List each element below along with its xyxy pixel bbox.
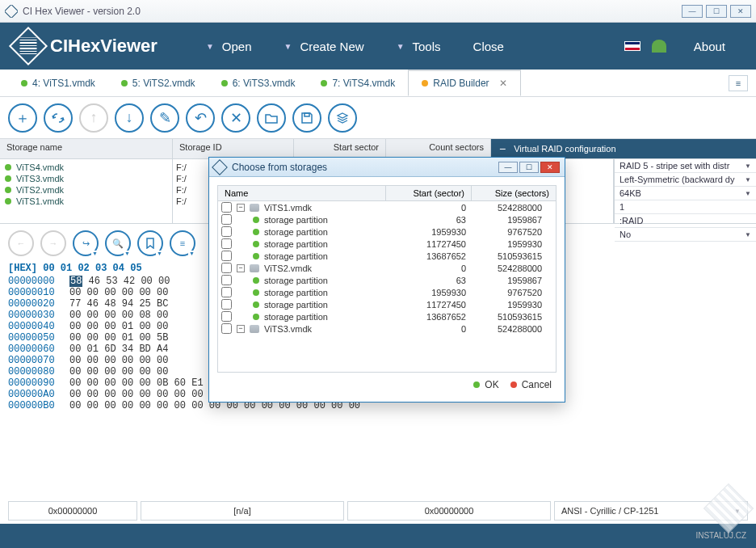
raid-field-select[interactable]: No▼ bbox=[615, 228, 756, 242]
ok-button[interactable]: OK bbox=[473, 379, 498, 390]
dialog-row[interactable]: storage partition13687652510593615 bbox=[218, 250, 556, 262]
dialog-row[interactable]: storage partition19599309767520 bbox=[218, 286, 556, 298]
dialog-col-start[interactable]: Start (sector) bbox=[386, 186, 472, 200]
expand-icon[interactable]: − bbox=[237, 204, 245, 212]
row-checkbox[interactable] bbox=[221, 299, 232, 310]
titlebar: CI Hex Viewer - version 2.0 — ☐ ✕ bbox=[0, 0, 756, 23]
remove-button[interactable]: ✕ bbox=[221, 103, 250, 133]
dialog-col-size[interactable]: Size (sectors) bbox=[472, 186, 556, 200]
chevron-down-icon: ▼ bbox=[745, 231, 751, 238]
col-storage-id[interactable]: Storage ID bbox=[173, 139, 294, 158]
row-checkbox[interactable] bbox=[221, 275, 232, 285]
row-checkbox[interactable] bbox=[221, 226, 232, 237]
dialog-maximize-button[interactable]: ☐ bbox=[519, 162, 539, 173]
close-button[interactable]: ✕ bbox=[730, 5, 751, 18]
status-dot-icon bbox=[253, 301, 259, 308]
dialog-close-button[interactable]: ✕ bbox=[540, 162, 560, 173]
menu-close[interactable]: Close bbox=[457, 35, 520, 58]
status-dot-icon bbox=[422, 80, 428, 86]
dialog-row[interactable]: storage partition13687652510593615 bbox=[218, 310, 556, 322]
tab-vits1[interactable]: 4: ViTS1.vmdk bbox=[8, 71, 108, 95]
storage-item[interactable]: ViTS2.vmdk bbox=[5, 184, 167, 196]
statusbar: 0x00000000 [n/a] 0x00000000 ANSI - Cyril… bbox=[8, 501, 748, 521]
app-icon bbox=[5, 5, 18, 18]
edit-button[interactable]: ✎ bbox=[150, 103, 179, 133]
storage-item[interactable]: ViTS3.vmdk bbox=[5, 173, 167, 184]
user-icon[interactable] bbox=[652, 40, 666, 53]
dialog-minimize-button[interactable]: — bbox=[498, 162, 518, 173]
menu-about[interactable]: About bbox=[678, 35, 741, 58]
caret-icon: ▼ bbox=[284, 42, 292, 51]
choose-storages-dialog: Choose from storages — ☐ ✕ Name Start (s… bbox=[208, 157, 565, 403]
auto-detect-button[interactable] bbox=[44, 103, 73, 133]
row-checkbox[interactable] bbox=[221, 202, 232, 213]
disk-icon bbox=[250, 325, 259, 333]
storage-item[interactable]: ViTS1.vmdk bbox=[5, 196, 167, 207]
raid-type-select[interactable]: RAID 5 - stripe set with distr▼ bbox=[615, 159, 756, 173]
raid-stripe-select[interactable]: 64KB▼ bbox=[615, 187, 756, 200]
minimize-button[interactable]: — bbox=[682, 5, 703, 18]
maximize-button[interactable]: ☐ bbox=[706, 5, 727, 18]
add-button[interactable]: ＋ bbox=[8, 103, 37, 133]
dialog-row[interactable]: −ViTS3.vmdk0524288000 bbox=[218, 322, 556, 335]
tab-vits4[interactable]: 7: ViTS4.vmdk bbox=[308, 71, 408, 95]
dialog-titlebar[interactable]: Choose from storages — ☐ ✕ bbox=[209, 158, 565, 177]
dialog-row[interactable]: −ViTS2.vmdk0524288000 bbox=[218, 262, 556, 274]
tab-overflow-button[interactable]: ≡ bbox=[729, 75, 748, 91]
row-checkbox[interactable] bbox=[221, 287, 232, 297]
footer-bar bbox=[0, 524, 756, 548]
tab-vits3[interactable]: 6: ViTS3.vmdk bbox=[208, 71, 309, 95]
dialog-row[interactable]: storage partition19599309767520 bbox=[218, 226, 556, 238]
undo-button[interactable]: ↶ bbox=[186, 103, 215, 133]
bookmark-button[interactable] bbox=[137, 230, 163, 256]
row-checkbox[interactable] bbox=[221, 263, 232, 273]
save-button[interactable] bbox=[292, 103, 321, 133]
col-start-sector[interactable]: Start sector bbox=[294, 139, 386, 158]
row-checkbox[interactable] bbox=[221, 238, 232, 249]
dialog-row[interactable]: −ViTS1.vmdk0524288000 bbox=[218, 201, 556, 213]
tab-vits2[interactable]: 5: ViTS2.vmdk bbox=[108, 71, 208, 95]
raid-field[interactable]: 1 bbox=[615, 200, 756, 214]
expand-icon[interactable]: − bbox=[237, 264, 245, 272]
dialog-row[interactable]: storage partition631959867 bbox=[218, 213, 556, 226]
language-flag-icon[interactable] bbox=[624, 41, 640, 51]
search-button[interactable]: 🔍 bbox=[105, 230, 131, 256]
tabbar: 4: ViTS1.vmdk 5: ViTS2.vmdk 6: ViTS3.vmd… bbox=[0, 70, 756, 97]
brand: CIHexViewer bbox=[15, 32, 158, 60]
close-icon[interactable]: ✕ bbox=[499, 78, 507, 89]
goto-button[interactable]: ↪ bbox=[73, 230, 99, 256]
expand-icon[interactable]: − bbox=[237, 325, 245, 333]
col-count-sectors[interactable]: Count sectors bbox=[386, 139, 491, 158]
dialog-row[interactable]: storage partition117274501959930 bbox=[218, 298, 556, 310]
status-dot-icon bbox=[5, 164, 11, 171]
up-button: ↑ bbox=[79, 103, 108, 133]
list-button[interactable]: ≡ bbox=[170, 230, 195, 256]
raid-field[interactable]: :RAID bbox=[615, 214, 756, 228]
status-dot-icon bbox=[5, 175, 11, 182]
menu-create-new[interactable]: ▼Create New bbox=[268, 35, 380, 58]
dialog-column-headers: Name Start (sector) Size (sectors) bbox=[217, 185, 556, 201]
cancel-button[interactable]: Cancel bbox=[510, 379, 552, 390]
raid-layout-select[interactable]: Left-Symmetric (backward dy▼ bbox=[615, 173, 756, 187]
row-checkbox[interactable] bbox=[221, 323, 232, 334]
status-dot-icon bbox=[253, 241, 259, 247]
status-dot-icon bbox=[253, 253, 259, 259]
status-addr1: 0x00000000 bbox=[8, 501, 137, 521]
row-checkbox[interactable] bbox=[221, 311, 232, 322]
dialog-row[interactable]: storage partition631959867 bbox=[218, 274, 556, 286]
col-storage-name[interactable]: Storage name bbox=[0, 139, 173, 158]
tab-raid-builder[interactable]: RAID Builder✕ bbox=[408, 70, 520, 96]
down-button[interactable]: ↓ bbox=[115, 103, 144, 133]
dialog-col-name[interactable]: Name bbox=[218, 186, 386, 200]
menu-open[interactable]: ▼Open bbox=[190, 35, 268, 58]
dialog-row[interactable]: storage partition117274501959930 bbox=[218, 238, 556, 250]
open-file-button[interactable] bbox=[257, 103, 286, 133]
menu-tools[interactable]: ▼Tools bbox=[380, 35, 457, 58]
status-dot-icon bbox=[253, 277, 259, 284]
row-checkbox[interactable] bbox=[221, 251, 232, 261]
disk-icon bbox=[250, 204, 259, 212]
storage-item[interactable]: ViTS4.vmdk bbox=[5, 162, 167, 173]
status-dot-icon bbox=[5, 187, 11, 193]
layers-button[interactable] bbox=[328, 103, 357, 133]
row-checkbox[interactable] bbox=[221, 214, 232, 225]
